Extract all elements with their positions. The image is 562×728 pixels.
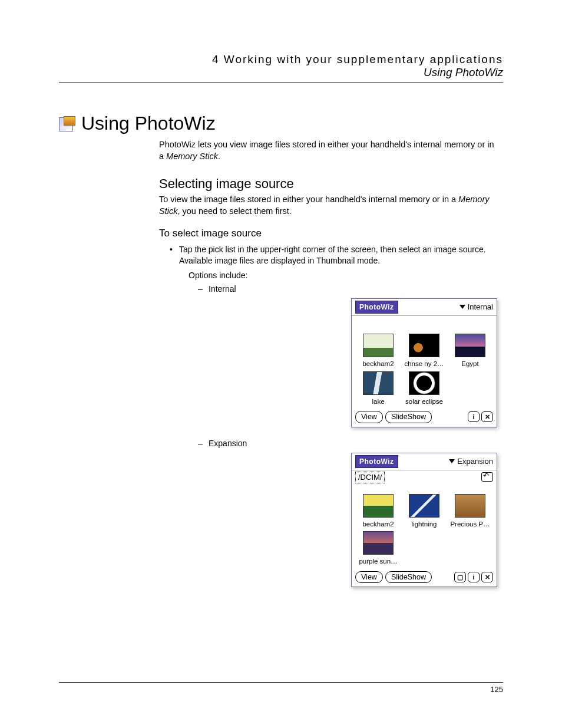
sub-text-2: , you need to select them first. (177, 206, 291, 216)
thumb-item[interactable]: beckham2 (356, 334, 400, 369)
dropdown-triangle-icon (459, 305, 465, 309)
source-picklist[interactable]: Internal (459, 302, 493, 312)
thumb-item[interactable]: lake (356, 371, 400, 407)
thumb-item[interactable]: chnse ny 2… (402, 334, 446, 369)
options-label: Options include: (189, 270, 497, 281)
photowiz-section-icon (59, 116, 75, 131)
intro-text-2: . (218, 151, 220, 161)
thumb-item[interactable]: lightning (402, 494, 446, 529)
thumbnail-label: purple sun… (356, 557, 400, 566)
thumbnail-image (409, 494, 439, 518)
thumb-item[interactable]: Egypt (448, 334, 492, 369)
button-row: View SlideShow i ✕ (352, 409, 497, 427)
close-icon[interactable]: ✕ (481, 411, 493, 422)
intro-paragraph: PhotoWiz lets you view image files store… (159, 139, 497, 162)
subsection-text: To view the image files stored in either… (159, 194, 497, 217)
thumb-item[interactable]: purple sun… (356, 531, 400, 566)
page-header: 4 Working with your supplementary applic… (59, 53, 503, 83)
folder-path[interactable]: /DCIM/ (355, 472, 385, 483)
slideshow-button[interactable]: SlideShow (385, 411, 432, 423)
header-section: Using PhotoWiz (59, 66, 503, 79)
thumbnail-image (363, 531, 394, 555)
view-button[interactable]: View (355, 571, 383, 584)
thumbnail-label: Egypt (448, 360, 492, 369)
thumb-item[interactable]: beckham2 (356, 494, 400, 529)
source-picklist-value: Internal (468, 302, 493, 312)
source-picklist[interactable]: Expansion (449, 456, 493, 467)
option-expansion: Expansion PhotoWiz Expansion (198, 438, 497, 588)
task-step-1-text: Tap the pick list in the upper-right cor… (179, 245, 486, 265)
thumbnail-label: lightning (402, 520, 446, 529)
sub-text-1: To view the image files stored in either… (159, 195, 458, 204)
thumb-item[interactable]: Precious P… (448, 494, 492, 529)
thumb-item[interactable]: solar eclipse (402, 371, 446, 407)
up-folder-icon[interactable] (481, 472, 493, 482)
dropdown-triangle-icon (449, 459, 455, 463)
thumbnail-image (363, 334, 394, 357)
thumbnail-label: Precious P… (448, 520, 492, 529)
subsection-title: Selecting image source (159, 176, 497, 192)
thumbnail-label: beckham2 (356, 360, 400, 369)
section-title-row: Using PhotoWiz (59, 113, 503, 134)
options-list: Internal PhotoWiz Internal (198, 284, 497, 588)
intro-em: Memory Stick (166, 151, 218, 161)
section-title: Using PhotoWiz (81, 113, 216, 134)
button-row: View SlideShow ▢ i ✕ (352, 569, 497, 587)
photowiz-screenshot-internal: PhotoWiz Internal beckham2 (351, 298, 497, 427)
thumbnail-label: beckham2 (356, 520, 400, 529)
app-name: PhotoWiz (355, 301, 398, 314)
close-icon[interactable]: ✕ (481, 572, 493, 582)
photowiz-screenshot-expansion: PhotoWiz Expansion /DCIM/ (351, 453, 497, 588)
thumbnail-label: solar eclipse (402, 397, 446, 407)
page: 4 Working with your supplementary applic… (0, 0, 562, 728)
header-chapter: 4 Working with your supplementary applic… (59, 53, 503, 66)
thumbnail-grid: beckham2 chnse ny 2… Egypt (352, 316, 497, 409)
thumbnail-image (455, 494, 485, 518)
page-number: 125 (59, 682, 503, 694)
card-icon[interactable]: ▢ (454, 572, 466, 582)
app-name: PhotoWiz (355, 455, 398, 468)
view-button[interactable]: View (355, 411, 383, 423)
option-expansion-label: Expansion (209, 439, 247, 448)
title-bar: PhotoWiz Internal (352, 299, 497, 316)
thumbnail-image (363, 494, 394, 518)
path-row: /DCIM/ (352, 470, 497, 485)
task-step-1: Tap the pick list in the upper-right cor… (170, 244, 497, 587)
thumbnail-label: chnse ny 2… (402, 360, 446, 369)
info-icon[interactable]: i (468, 411, 480, 422)
thumbnail-image (409, 371, 439, 395)
info-icon[interactable]: i (468, 572, 480, 582)
task-title: To select image source (159, 228, 497, 239)
thumbnail-grid: beckham2 lightning Precious P… (352, 485, 497, 569)
task-steps: Tap the pick list in the upper-right cor… (170, 244, 497, 587)
option-internal-label: Internal (209, 284, 236, 294)
body: PhotoWiz lets you view image files store… (159, 139, 497, 587)
title-bar: PhotoWiz Expansion (352, 453, 497, 470)
thumbnail-image (455, 334, 485, 357)
thumbnail-label: lake (356, 397, 400, 407)
option-internal: Internal PhotoWiz Internal (198, 284, 497, 427)
slideshow-button[interactable]: SlideShow (385, 571, 432, 584)
source-picklist-value: Expansion (457, 456, 493, 467)
thumbnail-image (409, 334, 439, 357)
thumbnail-image (363, 371, 394, 395)
